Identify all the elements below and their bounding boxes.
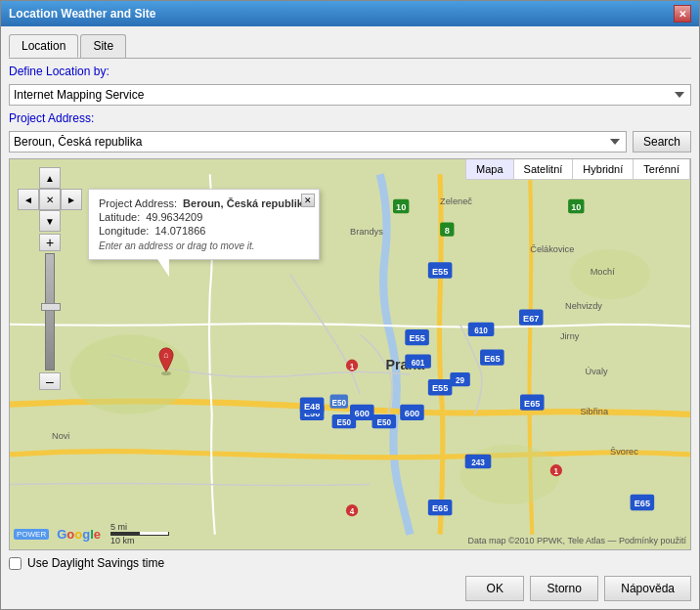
empty-cell2 xyxy=(61,167,82,189)
svg-rect-10 xyxy=(300,405,325,420)
map-container[interactable]: E55 E55 E55 E50 600 600 E50 E67 E65 E65 xyxy=(9,158,691,550)
svg-rect-6 xyxy=(405,329,429,345)
zoom-in-button[interactable]: + xyxy=(39,234,61,251)
copyright-text: Data map ©2010 PPWK, Tele Atlas — Podmín… xyxy=(467,536,686,545)
pan-right-button[interactable]: ► xyxy=(61,189,82,210)
svg-text:Nehvizdy: Nehvizdy xyxy=(565,301,602,311)
scale-bar: 5 mi 10 km xyxy=(110,522,169,545)
empty-cell3 xyxy=(18,210,39,232)
zoom-slider-track xyxy=(45,253,55,370)
define-location-dropdown[interactable]: Internet Mapping Service xyxy=(9,84,691,106)
daylight-savings-label: Use Daylight Savings time xyxy=(27,556,164,570)
svg-text:Jirny: Jirny xyxy=(560,331,580,341)
checkbox-row: Use Daylight Savings time xyxy=(9,556,691,570)
tab-location[interactable]: Location xyxy=(9,34,78,58)
zoom-slider-area: + – xyxy=(39,234,61,390)
svg-text:29: 29 xyxy=(456,376,465,385)
svg-rect-12 xyxy=(350,405,374,420)
svg-point-2 xyxy=(460,445,560,504)
project-address-section: Project Address: xyxy=(9,111,691,125)
svg-rect-20 xyxy=(480,349,504,365)
svg-text:Mochí: Mochí xyxy=(591,267,616,277)
svg-rect-40 xyxy=(346,360,358,371)
help-button[interactable]: Nápověda xyxy=(604,576,691,601)
map-marker[interactable]: ⌂ xyxy=(154,346,178,378)
title-bar: Location Weather and Site ✕ xyxy=(1,1,699,26)
svg-text:1: 1 xyxy=(554,467,559,476)
scale-km: 10 km xyxy=(110,536,169,545)
svg-text:E50: E50 xyxy=(337,418,352,427)
map-popup: ✕ Project Address: Beroun, Česká republi… xyxy=(88,189,320,260)
search-button[interactable]: Search xyxy=(633,131,691,152)
svg-text:E65: E65 xyxy=(432,503,448,513)
svg-text:Čelákovice: Čelákovice xyxy=(530,244,574,254)
main-window: Location Weather and Site ✕ Location Sit… xyxy=(0,0,700,610)
cancel-button[interactable]: Storno xyxy=(530,576,598,601)
svg-text:Novi: Novi xyxy=(52,432,69,442)
svg-text:600: 600 xyxy=(355,409,370,418)
svg-text:1: 1 xyxy=(350,363,355,371)
define-location-row: Internet Mapping Service xyxy=(9,84,691,106)
svg-rect-42 xyxy=(346,504,358,516)
popup-lon-row: Longitude: 14.071866 xyxy=(99,225,309,237)
svg-rect-26 xyxy=(631,495,655,510)
zoom-slider-thumb[interactable] xyxy=(41,303,61,311)
project-address-dropdown[interactable]: Beroun, Česká republika xyxy=(9,131,627,152)
svg-rect-8 xyxy=(428,379,453,395)
map-tab-teren[interactable]: Terénní xyxy=(634,159,690,179)
svg-rect-56 xyxy=(372,414,397,428)
svg-rect-46 xyxy=(465,455,492,468)
ok-button[interactable]: OK xyxy=(465,576,524,601)
content-area: Location Site Define Location by: Intern… xyxy=(1,26,699,609)
empty-cell4 xyxy=(61,210,82,232)
svg-rect-18 xyxy=(519,309,544,325)
popup-address-label: Project Address: xyxy=(99,197,177,209)
svg-point-3 xyxy=(570,249,650,299)
pan-down-button[interactable]: ▼ xyxy=(39,210,61,232)
popup-close-button[interactable]: ✕ xyxy=(301,194,315,207)
pan-left-button[interactable]: ◄ xyxy=(18,189,39,210)
svg-rect-14 xyxy=(400,405,424,420)
svg-text:Praha: Praha xyxy=(385,357,425,372)
svg-text:E50: E50 xyxy=(377,418,392,427)
popup-lat-row: Latitude: 49.9634209 xyxy=(99,211,309,223)
popup-latitude-value: 49.9634209 xyxy=(146,211,202,223)
popup-hint: Enter an address or drag to move it. xyxy=(99,240,309,251)
svg-rect-52 xyxy=(450,372,469,386)
map-tab-satelitni[interactable]: Satelitní xyxy=(514,159,574,179)
map-tab-mapa[interactable]: Mapa xyxy=(466,159,514,179)
bottom-area: Use Daylight Savings time OK Storno Nápo… xyxy=(9,556,691,601)
pan-center-button[interactable]: ✕ xyxy=(39,189,61,210)
pan-up-button[interactable]: ▲ xyxy=(39,167,61,189)
svg-text:Švorec: Švorec xyxy=(610,447,638,457)
close-button[interactable]: ✕ xyxy=(674,5,691,22)
svg-text:Sibřina: Sibřina xyxy=(580,407,609,416)
popup-longitude-value: 14.071866 xyxy=(154,225,205,237)
svg-rect-36 xyxy=(300,398,325,414)
google-logo: Google xyxy=(57,527,101,542)
svg-text:E65: E65 xyxy=(524,399,540,409)
svg-rect-24 xyxy=(428,500,453,515)
svg-text:E65: E65 xyxy=(634,499,650,508)
svg-rect-54 xyxy=(332,414,357,428)
svg-text:4: 4 xyxy=(350,507,355,516)
popup-address-value: Beroun, Česká republika xyxy=(183,197,309,209)
popup-tail xyxy=(157,259,169,277)
svg-text:E67: E67 xyxy=(523,314,539,324)
svg-text:E50: E50 xyxy=(304,409,320,418)
tab-site[interactable]: Site xyxy=(80,34,126,58)
zoom-out-button[interactable]: – xyxy=(39,372,61,390)
svg-text:E55: E55 xyxy=(432,383,448,393)
map-tab-hybridni[interactable]: Hybridní xyxy=(573,159,634,179)
define-location-label: Define Location by: xyxy=(9,65,691,78)
svg-text:Úvaly: Úvaly xyxy=(586,367,608,376)
window-title: Location Weather and Site xyxy=(9,7,155,21)
svg-text:E50: E50 xyxy=(331,399,346,408)
empty-cell xyxy=(18,167,39,189)
svg-text:601: 601 xyxy=(412,359,425,368)
svg-text:E48: E48 xyxy=(304,402,320,412)
svg-text:E65: E65 xyxy=(484,354,500,364)
svg-text:E55: E55 xyxy=(432,267,448,277)
power-badge: POWER xyxy=(14,529,49,540)
daylight-savings-checkbox[interactable] xyxy=(9,557,22,570)
